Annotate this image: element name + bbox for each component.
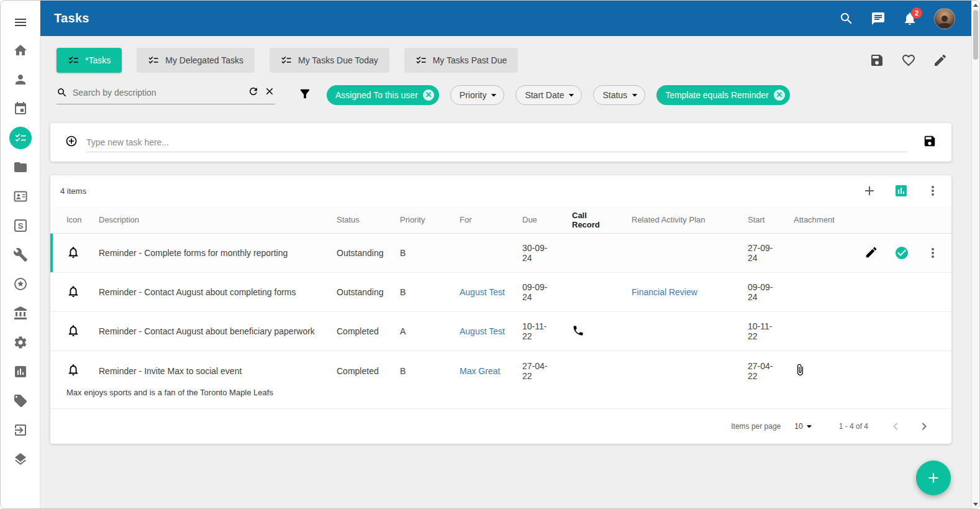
contact-card-icon [13,189,28,204]
app-header: Tasks 2 [40,1,971,36]
scrollbar[interactable] [971,1,979,508]
scrollbar-thumb[interactable] [973,10,978,60]
chip-remove-icon[interactable]: ✕ [423,89,434,101]
chip-status[interactable]: Status [593,85,645,105]
for-contact-link[interactable]: Max Great [460,366,500,376]
filter-row: Assigned To this user ✕ Priority Start D… [57,85,951,105]
task-start-date: 27-09-24 [732,243,778,263]
table-header-row: Icon Description Status Priority For Due… [50,206,951,234]
sidebar-item-sales[interactable] [1,211,40,240]
header-actions: 2 [839,8,958,29]
column-header-attachment[interactable]: Attachment [778,215,846,224]
favorite-heart-icon[interactable] [901,53,916,68]
table-row[interactable]: Reminder - Contact August about completi… [50,273,951,312]
items-per-page-value: 10 [794,422,802,431]
add-task-fab[interactable] [916,461,951,495]
chip-remove-icon[interactable]: ✕ [774,89,785,101]
add-circle-icon[interactable] [65,135,78,150]
tab-my-delegated-tasks[interactable]: My Delegated Tasks [137,48,255,73]
sidebar-item-layers[interactable] [1,444,40,474]
search-input[interactable] [73,88,243,98]
task-start-date: 10-11-22 [732,321,778,341]
checklist-icon [148,55,159,66]
pagination-range: 1 - 4 of 4 [839,422,868,431]
view-tabs-row: *Tasks My Delegated Tasks My Tasks Due T… [57,48,951,73]
menu-icon[interactable] [13,9,28,35]
sidebar-item-contacts[interactable] [1,65,40,94]
for-contact-link[interactable]: August Test [460,287,505,297]
sidebar-item-favorites[interactable] [1,269,40,298]
scroll-down-arrow[interactable] [972,500,979,508]
more-options-icon[interactable] [925,183,940,198]
sidebar-item-accounts[interactable] [1,298,40,328]
column-header-status[interactable]: Status [320,215,384,224]
table-row[interactable]: Reminder - Contact August about benefici… [50,312,951,351]
sidebar-item-documents[interactable] [1,152,40,181]
call-record-phone-icon[interactable] [572,324,584,339]
sidebar-item-reports[interactable] [1,357,40,386]
column-header-description[interactable]: Description [83,215,320,224]
row-more-options-icon[interactable] [925,245,940,260]
sidebar-item-calendar[interactable] [1,94,40,123]
column-header-start[interactable]: Start [732,215,778,224]
chart-view-icon[interactable] [894,183,909,198]
tasks-checklist-icon [14,132,27,144]
table-row[interactable]: Reminder - Complete forms for monthly re… [50,234,951,273]
notifications-bell-icon[interactable]: 2 [902,11,917,26]
checklist-icon [281,55,292,66]
tab-my-tasks-past-due[interactable]: My Tasks Past Due [404,48,519,73]
chart-box-icon [13,364,28,379]
refresh-icon[interactable] [248,86,259,99]
chip-assigned-to-this-user[interactable]: Assigned To this user ✕ [327,85,439,105]
home-icon [13,43,28,58]
complete-task-check-icon[interactable] [894,245,909,260]
filter-funnel-icon[interactable] [298,87,312,103]
avatar-silhouette-icon [937,14,953,29]
chip-start-date[interactable]: Start Date [515,85,582,105]
for-contact-link[interactable]: August Test [460,326,505,336]
table-row[interactable]: Reminder - Invite Max to social event Co… [50,351,951,390]
sidebar-item-settings[interactable] [1,328,40,357]
search-icon[interactable] [839,11,854,26]
column-header-due[interactable]: Due [506,215,556,224]
chevron-down-icon [628,89,641,101]
sidebar-item-home[interactable] [1,35,40,65]
tab-my-tasks-due-today[interactable]: My Tasks Due Today [270,48,389,73]
chip-priority[interactable]: Priority [450,85,505,105]
chip-label: Assigned To this user [335,90,418,100]
tab-tasks[interactable]: *Tasks [57,48,122,73]
column-header-for[interactable]: For [443,215,506,224]
column-header-priority[interactable]: Priority [384,215,443,224]
reminder-bell-icon [66,363,80,377]
chevron-down-icon [803,420,815,433]
related-activity-plan-link[interactable]: Financial Review [632,287,697,297]
pagination-nav [888,419,932,434]
column-header-icon[interactable]: Icon [50,215,83,224]
app-window: Tasks 2 *Tasks [0,0,980,509]
edit-task-pencil-icon[interactable] [864,245,878,261]
column-header-call-record[interactable]: Call Record [556,211,615,229]
new-task-input[interactable] [86,133,907,152]
next-page-icon[interactable] [917,419,932,434]
save-view-icon[interactable] [869,53,884,68]
chat-icon[interactable] [871,11,886,26]
task-priority: B [384,287,443,297]
user-avatar[interactable] [934,8,955,29]
scroll-up-arrow[interactable] [972,1,979,9]
previous-page-icon[interactable] [888,419,903,434]
sidebar-item-tags[interactable] [1,386,40,415]
tab-label: My Tasks Due Today [298,55,378,65]
edit-view-pencil-icon[interactable] [933,53,948,68]
chip-template-equals-reminder[interactable]: Template equals Reminder ✕ [656,85,790,105]
items-per-page-select[interactable]: 10 [794,420,815,433]
sidebar-item-address-book[interactable] [1,181,40,211]
save-task-icon[interactable] [923,134,937,150]
add-task-icon[interactable] [862,183,877,198]
attachment-paperclip-icon[interactable] [794,364,806,378]
sidebar-item-logout[interactable] [1,415,40,444]
sidebar-item-tools[interactable] [1,240,40,269]
clear-search-icon[interactable] [264,86,275,99]
sidebar-item-tasks[interactable] [1,123,40,152]
chip-label: Priority [460,90,487,100]
column-header-related-activity-plan[interactable]: Related Activity Plan [615,215,732,224]
